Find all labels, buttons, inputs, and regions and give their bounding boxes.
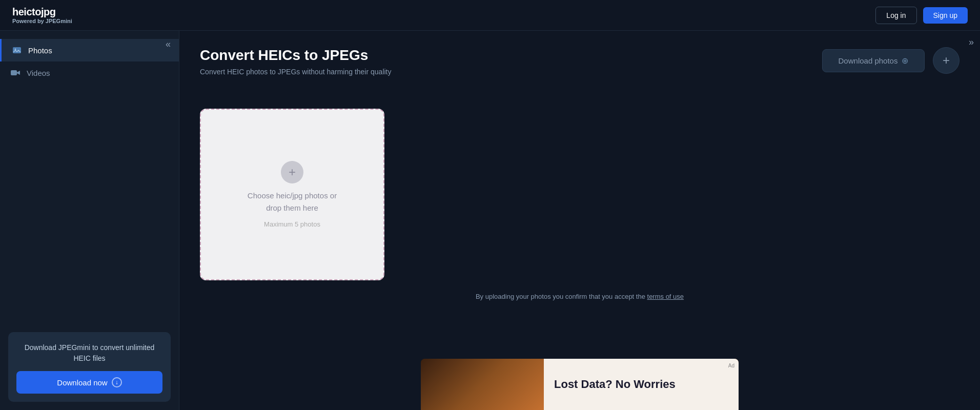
logo-subtitle-prefix: Powered by xyxy=(12,18,46,24)
ad-badge: Ad xyxy=(728,363,734,368)
terms-link[interactable]: terms of use xyxy=(647,293,684,300)
photos-icon xyxy=(12,45,22,55)
signup-button[interactable]: Sign up xyxy=(923,7,968,24)
sidebar-item-photos[interactable]: Photos xyxy=(0,39,179,61)
header-buttons: Log in Sign up xyxy=(875,7,968,24)
dropzone-plus-icon: + xyxy=(281,161,303,183)
header: heictojpg Powered by JPEGmini Log in Sig… xyxy=(0,0,980,31)
ad-headline: Lost Data? No Worries xyxy=(554,378,676,391)
logo: heictojpg Powered by JPEGmini xyxy=(12,6,72,24)
plus-sign: + xyxy=(289,165,296,179)
logo-subtitle: Powered by JPEGmini xyxy=(12,18,72,24)
dropzone-line2: drop them here xyxy=(266,203,318,212)
dropzone-text: Choose heic/jpg photos or drop them here xyxy=(248,190,337,214)
main-layout: « Photos xyxy=(0,31,980,410)
add-icon: + xyxy=(943,53,950,68)
promo-text: Download JPEGmini to convert unlimited H… xyxy=(16,342,162,364)
ad-banner: Lost Data? No Worries Ad xyxy=(421,359,739,410)
add-button[interactable]: + xyxy=(933,47,959,74)
download-photos-label: Download photos xyxy=(839,56,898,65)
download-now-button[interactable]: Download now ↓ xyxy=(16,371,162,394)
download-now-label: Download now xyxy=(57,378,107,387)
sidebar-item-photos-label: Photos xyxy=(28,46,52,55)
login-button[interactable]: Log in xyxy=(875,7,916,24)
terms-prefix: By uploading your photos you confirm tha… xyxy=(476,293,647,300)
svg-rect-0 xyxy=(13,47,21,53)
sidebar: « Photos xyxy=(0,31,179,410)
dropzone-line1: Choose heic/jpg photos or xyxy=(248,191,337,200)
content-header: Convert HEICs to JPEGs Convert HEIC phot… xyxy=(200,47,959,92)
download-photos-button[interactable]: Download photos ⊕ xyxy=(822,49,925,72)
sidebar-item-videos[interactable]: Videos xyxy=(0,61,179,84)
logo-brand: JPEGmini xyxy=(46,18,72,24)
page-title: Convert HEICs to JPEGs xyxy=(200,47,392,64)
content-area: » Convert HEICs to JPEGs Convert HEIC ph… xyxy=(179,31,980,410)
logo-title: heictojpg xyxy=(12,6,72,18)
sidebar-nav: Photos Videos xyxy=(0,39,179,324)
dropzone-max-text: Maximum 5 photos xyxy=(264,220,320,228)
ad-image xyxy=(421,359,544,410)
videos-icon xyxy=(10,68,21,78)
header-actions: Download photos ⊕ + xyxy=(822,47,959,74)
page-subtitle: Convert HEIC photos to JPEGs without har… xyxy=(200,68,392,76)
ad-text-section: Lost Data? No Worries xyxy=(544,359,739,410)
sidebar-item-videos-label: Videos xyxy=(27,69,50,77)
download-circle-icon: ↓ xyxy=(112,377,122,387)
collapse-icon: « xyxy=(166,39,171,49)
svg-rect-2 xyxy=(11,70,17,75)
right-collapse-icon: » xyxy=(969,37,974,47)
drop-zone[interactable]: + Choose heic/jpg photos or drop them he… xyxy=(200,109,384,280)
right-collapse-button[interactable]: » xyxy=(969,37,974,48)
sidebar-promo: Download JPEGmini to convert unlimited H… xyxy=(8,332,171,402)
terms-text: By uploading your photos you confirm tha… xyxy=(200,293,959,300)
title-block: Convert HEICs to JPEGs Convert HEIC phot… xyxy=(200,47,392,92)
sidebar-collapse-button[interactable]: « xyxy=(164,37,173,52)
download-photos-icon: ⊕ xyxy=(902,56,908,66)
